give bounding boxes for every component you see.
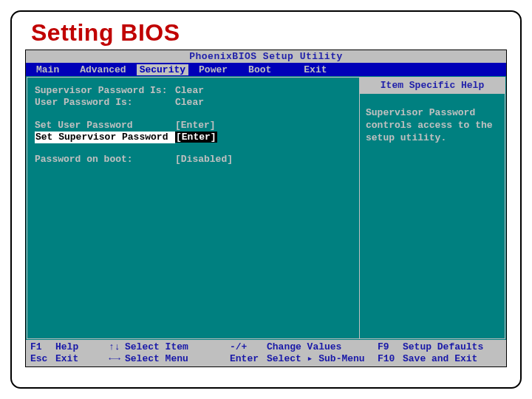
bios-settings-panel: Supervisor Password Is: Clear User Passw… bbox=[27, 77, 359, 339]
select-submenu-label: Select ▸ Sub-Menu bbox=[267, 353, 365, 365]
save-exit-label: Save and Exit bbox=[403, 353, 477, 365]
slide-title: Setting BIOS bbox=[31, 19, 507, 47]
bios-help-panel: Item Specific Help Supervisor Password c… bbox=[359, 77, 505, 339]
select-item-label: Select Item bbox=[125, 341, 188, 353]
slide-frame: Setting BIOS PhoenixBIOS Setup Utility M… bbox=[10, 10, 522, 389]
select-menu-label: Select Menu bbox=[125, 353, 188, 365]
row-label: Set User Password bbox=[35, 120, 175, 132]
menu-item-main[interactable]: Main bbox=[26, 64, 69, 75]
bios-window: PhoenixBIOS Setup Utility Main Advanced … bbox=[25, 50, 507, 367]
help-panel-body: Supervisor Password controls access to t… bbox=[360, 94, 505, 158]
row-value: [Enter] bbox=[175, 132, 217, 143]
key-esc-label: Exit bbox=[55, 353, 78, 365]
updown-icon: ↑↓ bbox=[104, 341, 125, 353]
menu-item-advanced[interactable]: Advanced bbox=[69, 64, 136, 75]
setup-defaults-label: Setup Defaults bbox=[403, 341, 483, 353]
menu-item-exit[interactable]: Exit bbox=[293, 64, 337, 75]
row-value: [Disabled] bbox=[175, 154, 233, 166]
key-plusminus: -/+ bbox=[230, 341, 267, 353]
key-enter: Enter bbox=[230, 353, 267, 365]
bios-menu-bar: Main Advanced Security Power Boot Exit bbox=[26, 63, 506, 76]
key-esc: Esc bbox=[30, 353, 55, 365]
footer-col-3: -/+ Change Values Enter Select ▸ Sub-Men… bbox=[230, 341, 378, 366]
bios-body: Supervisor Password Is: Clear User Passw… bbox=[26, 76, 506, 340]
bios-footer: F1 Help Esc Exit ↑↓ Select Item ←→ Selec… bbox=[26, 340, 506, 367]
set-user-password[interactable]: Set User Password [Enter] bbox=[35, 120, 352, 132]
help-panel-title: Item Specific Help bbox=[360, 78, 505, 94]
row-label: User Password Is: bbox=[35, 97, 175, 109]
bios-title: PhoenixBIOS Setup Utility bbox=[26, 50, 506, 63]
key-f1-label: Help bbox=[55, 341, 78, 353]
key-f9: F9 bbox=[378, 341, 403, 353]
row-label: Password on boot: bbox=[35, 154, 175, 166]
row-value: [Enter] bbox=[175, 120, 216, 132]
row-value: Clear bbox=[175, 85, 204, 97]
change-values-label: Change Values bbox=[267, 341, 341, 353]
key-f1: F1 bbox=[30, 341, 55, 353]
menu-item-security[interactable]: Security bbox=[137, 64, 188, 75]
key-f10: F10 bbox=[378, 353, 403, 365]
row-value: Clear bbox=[175, 97, 204, 109]
leftright-icon: ←→ bbox=[104, 353, 125, 365]
supervisor-password-status: Supervisor Password Is: Clear bbox=[35, 85, 352, 97]
footer-col-2: ↑↓ Select Item ←→ Select Menu bbox=[104, 341, 230, 366]
row-label: Set Supervisor Password bbox=[35, 132, 175, 143]
menu-item-power[interactable]: Power bbox=[188, 64, 238, 75]
row-label: Supervisor Password Is: bbox=[35, 85, 175, 97]
set-supervisor-password[interactable]: Set Supervisor Password [Enter] bbox=[35, 132, 352, 143]
password-on-boot[interactable]: Password on boot: [Disabled] bbox=[35, 154, 352, 166]
footer-col-4: F9 Setup Defaults F10 Save and Exit bbox=[378, 341, 502, 366]
footer-col-1: F1 Help Esc Exit bbox=[30, 341, 104, 366]
user-password-status: User Password Is: Clear bbox=[35, 97, 352, 109]
menu-item-boot[interactable]: Boot bbox=[238, 64, 282, 75]
